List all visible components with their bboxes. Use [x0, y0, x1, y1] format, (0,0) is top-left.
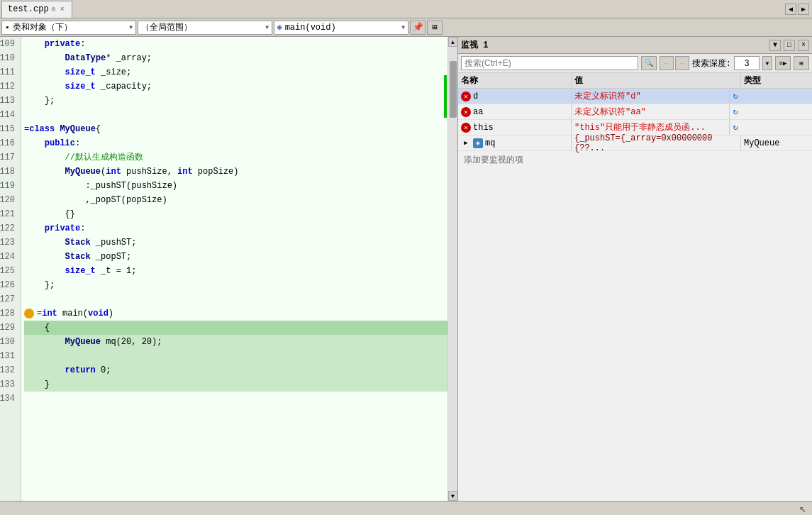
watch-row-name: ▶◉mq	[458, 135, 572, 150]
code-line[interactable]: //默认生成构造函数	[24, 150, 447, 165]
code-line[interactable]: public:	[24, 136, 447, 150]
watch-row[interactable]: ✕d未定义标识符"d"↻	[458, 89, 812, 104]
code-line[interactable]: ,_popST(popSize)	[24, 193, 447, 207]
tab-bar: test.cpp ⊙ × ◀ ▶	[0, 0, 812, 18]
code-line[interactable]: =int main(void)	[24, 306, 447, 321]
watch-depth-arrow[interactable]: ▼	[762, 56, 772, 70]
line-number: 119	[0, 179, 18, 193]
code-line[interactable]: MyQueue mq(20, 20);	[24, 335, 447, 349]
code-line[interactable]: return 0;	[24, 363, 447, 377]
watch-nav-forward[interactable]: →	[675, 56, 689, 70]
watch-title-bar: 监视 1 ▼ □ ×	[458, 37, 812, 54]
code-text: }	[24, 377, 50, 392]
code-line[interactable]: private:	[24, 37, 447, 51]
class-dropdown[interactable]: ▪ 类和对象（下） ▼	[1, 21, 136, 35]
code-line[interactable]	[24, 292, 447, 306]
watch-restore-button[interactable]: □	[784, 40, 795, 51]
watch-row-type	[741, 120, 812, 135]
code-line[interactable]: };	[24, 278, 447, 292]
add-watch-link[interactable]: 添加要监视的项	[458, 151, 812, 169]
code-text: {}	[24, 207, 75, 221]
pin-button[interactable]: 📌	[410, 21, 426, 35]
line-number: 128	[0, 306, 18, 321]
watch-row-value: 未定义标识符"d"	[572, 89, 730, 104]
code-text: MyQueue(int pushSize, int popSize)	[24, 165, 238, 179]
code-line[interactable]: :_pushST(pushSize)	[24, 179, 447, 193]
line-number: 126	[0, 278, 18, 292]
refresh-icon[interactable]: ↻	[730, 106, 741, 118]
error-icon: ✕	[461, 123, 471, 133]
code-line[interactable]: {}	[24, 207, 447, 221]
code-editor: 1091101111121131141151161171181191201211…	[0, 37, 457, 501]
line-number: 109	[0, 37, 18, 51]
code-line[interactable]: MyQueue(int pushSize, int popSize)	[24, 165, 447, 179]
line-number: 129	[0, 321, 18, 335]
line-number: 110	[0, 51, 18, 65]
code-line[interactable]: private:	[24, 221, 447, 236]
cursor-icon: ↖	[799, 502, 806, 516]
watch-action-btn1[interactable]: ≡▶	[775, 56, 791, 70]
code-line[interactable]: Stack _pushST;	[24, 236, 447, 250]
code-text: MyQueue mq(20, 20);	[24, 335, 162, 349]
code-line[interactable]: size_t _capacity;	[24, 79, 447, 94]
tab-test-cpp[interactable]: test.cpp ⊙ ×	[1, 1, 72, 18]
watch-col-name-header: 名称	[458, 73, 572, 88]
code-text: =class MyQueue{	[24, 122, 101, 136]
tab-nav-right[interactable]: ▶	[798, 4, 809, 15]
line-number: 125	[0, 264, 18, 278]
watch-action-btn2[interactable]: ⊞	[794, 56, 809, 70]
breakpoint-marker	[24, 309, 34, 319]
tab-close-button[interactable]: ×	[59, 5, 66, 14]
line-number: 131	[0, 349, 18, 363]
watch-search-input[interactable]	[461, 56, 638, 70]
code-line[interactable]: };	[24, 94, 447, 108]
watch-row[interactable]: ▶◉mq{_pushST={_array=0x00000000 {??...My…	[458, 135, 812, 151]
watch-row-name-text: this	[473, 123, 494, 133]
code-content: private: DataType* _array; size_t _size;…	[21, 37, 447, 501]
watch-search-button[interactable]: 🔍	[641, 56, 657, 70]
code-line[interactable]: size_t _size;	[24, 65, 447, 79]
watch-row[interactable]: ✕aa未定义标识符"aa"↻	[458, 104, 812, 120]
scroll-thumb[interactable]	[450, 61, 457, 118]
watch-nav-back[interactable]: ←	[660, 56, 674, 70]
watch-row-name-text: d	[473, 92, 478, 101]
code-text: public:	[24, 136, 80, 150]
code-text: {	[24, 321, 50, 335]
code-text: =int main(void)	[37, 306, 113, 321]
code-line[interactable]: =class MyQueue{	[24, 122, 447, 136]
code-line[interactable]	[24, 392, 447, 406]
statusbar: ↖	[0, 501, 812, 515]
watch-depth-input[interactable]	[734, 56, 760, 70]
code-text: size_t _capacity;	[24, 79, 152, 94]
tab-nav-left[interactable]: ◀	[785, 4, 796, 15]
code-line[interactable]: }	[24, 377, 447, 392]
change-indicator	[444, 75, 447, 118]
scroll-up-button[interactable]: ▲	[448, 37, 458, 47]
watch-row-value: {_pushST={_array=0x00000000 {??...	[572, 135, 741, 150]
watch-close-button[interactable]: ×	[798, 40, 809, 51]
code-line[interactable]: DataType* _array;	[24, 51, 447, 65]
watch-col-value-header: 值	[572, 73, 741, 88]
toolbar: ▪ 类和对象（下） ▼ （全局范围） ▼ ⊕ main(void) ▼ 📌 ⊞	[0, 18, 812, 37]
line-numbers: 1091101111121131141151161171181191201211…	[0, 37, 21, 501]
code-line[interactable]	[24, 349, 447, 363]
scope-dropdown-label: （全局范围）	[141, 21, 262, 33]
scroll-down-button[interactable]: ▼	[448, 491, 458, 501]
code-line[interactable]: Stack _popST;	[24, 250, 447, 264]
refresh-icon[interactable]: ↻	[730, 122, 741, 133]
expand-icon[interactable]: ▶	[461, 138, 471, 148]
code-line[interactable]: size_t _t = 1;	[24, 264, 447, 278]
error-icon: ✕	[461, 107, 471, 117]
code-line[interactable]: {	[24, 321, 447, 335]
line-number: 123	[0, 236, 18, 250]
expand-button[interactable]: ⊞	[427, 21, 443, 35]
line-number: 130	[0, 335, 18, 349]
func-dropdown[interactable]: ⊕ main(void) ▼	[274, 21, 408, 35]
vertical-scrollbar[interactable]: ▲ ▼	[447, 37, 457, 501]
code-line[interactable]	[24, 108, 447, 122]
refresh-icon[interactable]: ↻	[730, 91, 741, 102]
line-number: 133	[0, 377, 18, 392]
watch-row-value: 未定义标识符"aa"	[572, 104, 730, 119]
scope-dropdown[interactable]: （全局范围） ▼	[138, 21, 272, 35]
watch-minimize-button[interactable]: ▼	[769, 40, 781, 51]
